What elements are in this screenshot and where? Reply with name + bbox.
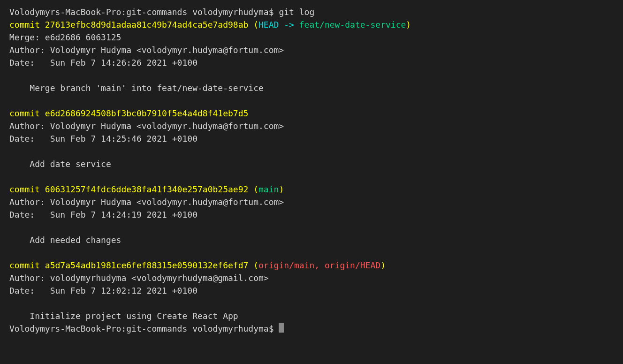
message-4: Initialize project using Create React Ap…	[9, 311, 238, 321]
date-1: Date: Sun Feb 7 14:26:26 2021 +0100	[9, 58, 198, 68]
author-1: Author: Volodymyr Hudyma <volodymyr.hudy…	[9, 45, 284, 55]
paren-close-3: )	[279, 184, 284, 194]
message-1: Merge branch 'main' into feat/new-date-s…	[9, 83, 264, 93]
paren-close-1: )	[406, 20, 411, 30]
author-4: Author: volodymyrhudyma <volodymyrhudyma…	[9, 273, 269, 283]
branch-3: main	[258, 184, 279, 194]
message-2: Add date service	[9, 159, 111, 169]
prompt-2[interactable]: Volodymyrs-MacBook-Pro:git-commands volo…	[9, 324, 274, 334]
author-2: Author: Volodymyr Hudyma <volodymyr.hudy…	[9, 121, 284, 131]
prompt-1: Volodymyrs-MacBook-Pro:git-commands volo…	[9, 7, 274, 17]
author-3: Author: Volodymyr Hudyma <volodymyr.hudy…	[9, 197, 284, 207]
date-2: Date: Sun Feb 7 14:25:46 2021 +0100	[9, 134, 198, 144]
message-3: Add needed changes	[9, 235, 121, 245]
branch-1: feat/new-date-service	[299, 20, 406, 30]
paren-open-3: (	[253, 184, 258, 194]
head-label: HEAD ->	[258, 20, 299, 30]
date-4: Date: Sun Feb 7 12:02:12 2021 +0100	[9, 286, 198, 296]
commit-1-hash: commit 27613efbc8d9d1adaa81c49b74ad4ca5e…	[9, 20, 248, 30]
commit-3-hash: commit 60631257f4fdc6dde38fa41f340e257a0…	[9, 184, 248, 194]
merge-1: Merge: e6d2686 6063125	[9, 32, 121, 42]
paren-close-4: )	[380, 260, 386, 270]
commit-4-hash: commit a5d7a54adb1981ce6fef88315e0590132…	[9, 260, 248, 270]
cursor-icon[interactable]	[279, 323, 284, 333]
commit-2-hash: commit e6d2686924508bf3bc0b7910f5e4a4d8f…	[9, 108, 248, 118]
paren-open-4: (	[253, 260, 258, 270]
command-1: git log	[279, 7, 314, 17]
date-3: Date: Sun Feb 7 14:24:19 2021 +0100	[9, 210, 198, 220]
paren-open-1: (	[253, 20, 258, 30]
remote-refs: origin/main, origin/HEAD	[258, 260, 380, 270]
